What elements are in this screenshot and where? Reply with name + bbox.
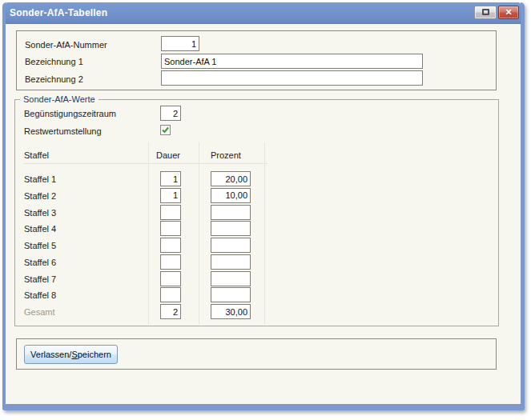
restwertumstellung-label: Restwertumstellung [24,126,102,137]
bezeichnung-1-label: Bezeichnung 1 [25,56,83,67]
dialog-body: Sonder-AfA-Nummer Bezeichnung 1 Bezeichn… [6,24,521,404]
bezeichnung-1-input[interactable] [161,54,423,69]
prozent-input[interactable] [211,271,251,286]
staffel-row-label: Staffel 3 [24,207,56,218]
window-title: Sonder-AfA-Tabellen [10,7,107,18]
prozent-input[interactable] [211,254,251,270]
staffel-row-label: Staffel 5 [24,240,56,251]
dialog-window: Sonder-AfA-Tabellen ✕ Sonder-AfA-Nummer … [2,2,525,410]
table-row: Staffel 4 [24,220,272,237]
identification-panel: Sonder-AfA-Nummer Bezeichnung 1 Bezeichn… [16,30,497,90]
bezeichnung-2-label: Bezeichnung 2 [25,74,83,85]
staffel-row-label: Staffel 2 [24,190,56,202]
groupbox-title: Sonder-AfA-Werte [20,94,99,105]
table-row: Staffel 2 [24,187,272,204]
gesamt-prozent-input[interactable] [211,304,251,319]
dauer-input[interactable] [160,221,181,236]
column-header-dauer: Dauer [156,150,180,161]
checkmark-icon [161,126,170,134]
dauer-input[interactable] [160,188,181,203]
dauer-input[interactable] [160,254,181,270]
bezeichnung-2-input[interactable] [161,70,423,86]
staffel-row-label: Staffel 4 [24,223,56,234]
sonder-afa-werte-groupbox: Sonder-AfA-Werte Begünstigungszeitraum R… [14,99,499,326]
table-row: Staffel 5 [24,237,272,254]
table-row: Staffel 8 [24,286,272,303]
sonder-afa-nummer-input[interactable] [161,36,199,51]
prozent-input[interactable] [211,171,251,186]
prozent-input[interactable] [211,205,251,220]
close-button[interactable]: ✕ [498,6,519,19]
dauer-input[interactable] [160,287,181,302]
gesamt-label: Gesamt [24,306,55,318]
staffel-row-label: Staffel 7 [24,274,56,285]
total-row: Gesamt [24,303,272,320]
prozent-input[interactable] [211,287,251,302]
restwertumstellung-checkbox[interactable] [160,125,171,135]
prozent-input[interactable] [211,238,251,253]
prozent-input[interactable] [211,188,251,203]
table-row: Staffel 3 [24,204,272,221]
access-key: S [71,350,77,359]
staffel-row-label: Staffel 6 [24,257,56,268]
maximize-icon [482,9,489,15]
beguenstigungszeitraum-input[interactable] [160,106,181,121]
header-separator-line [23,163,268,164]
beguenstigungszeitraum-label: Begünstigungszeitraum [24,108,116,119]
dauer-input[interactable] [160,238,181,253]
table-row: Staffel 6 [24,254,272,270]
staffel-row-label: Staffel 8 [24,290,56,301]
prozent-input[interactable] [211,221,251,236]
close-icon: ✕ [505,7,512,17]
dauer-input[interactable] [160,205,181,220]
verlassen-speichern-button[interactable]: Verlassen/Speichern [24,345,118,364]
staffel-row-label: Staffel 1 [24,174,56,185]
table-row: Staffel 1 [24,170,272,187]
column-header-prozent: Prozent [211,150,241,161]
maximize-button[interactable] [474,6,497,19]
staffel-table: Staffel 1 Staffel 2 Staffel 3 Staffel 4 [24,170,272,320]
gesamt-dauer-input[interactable] [160,304,181,319]
column-header-staffel: Staffel [24,150,49,161]
dauer-input[interactable] [160,271,181,286]
action-panel: Verlassen/Speichern [16,338,497,370]
dauer-input[interactable] [160,171,181,186]
sonder-afa-nummer-label: Sonder-AfA-Nummer [25,39,107,50]
titlebar[interactable]: Sonder-AfA-Tabellen ✕ [6,2,521,24]
table-row: Staffel 7 [24,270,272,287]
